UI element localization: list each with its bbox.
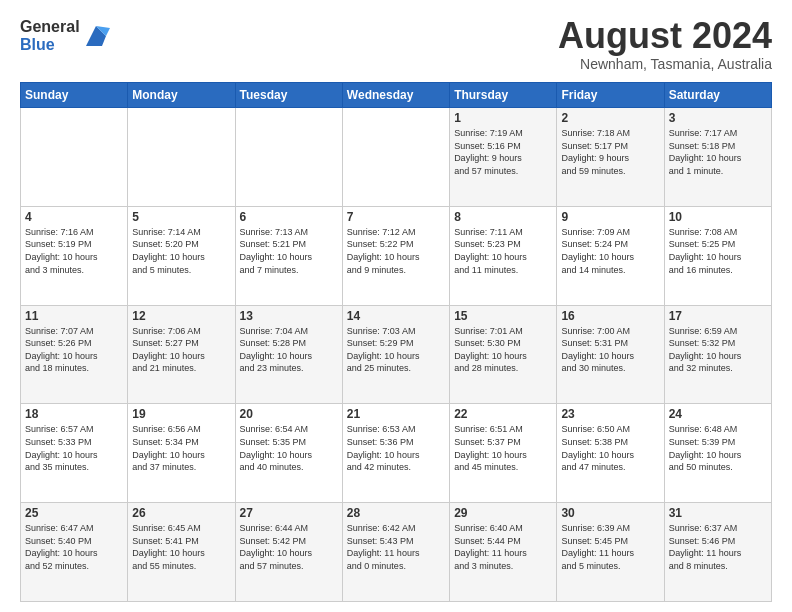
- day-cell: 11Sunrise: 7:07 AM Sunset: 5:26 PM Dayli…: [21, 305, 128, 404]
- day-info: Sunrise: 6:54 AM Sunset: 5:35 PM Dayligh…: [240, 423, 338, 473]
- location: Newnham, Tasmania, Australia: [558, 56, 772, 72]
- day-number: 19: [132, 407, 230, 421]
- day-info: Sunrise: 7:14 AM Sunset: 5:20 PM Dayligh…: [132, 226, 230, 276]
- day-info: Sunrise: 7:16 AM Sunset: 5:19 PM Dayligh…: [25, 226, 123, 276]
- day-number: 25: [25, 506, 123, 520]
- day-cell: 26Sunrise: 6:45 AM Sunset: 5:41 PM Dayli…: [128, 503, 235, 602]
- day-cell: [128, 108, 235, 207]
- month-year: August 2024: [558, 18, 772, 54]
- logo-text: General Blue: [20, 18, 80, 53]
- day-info: Sunrise: 7:08 AM Sunset: 5:25 PM Dayligh…: [669, 226, 767, 276]
- day-info: Sunrise: 6:51 AM Sunset: 5:37 PM Dayligh…: [454, 423, 552, 473]
- day-info: Sunrise: 7:11 AM Sunset: 5:23 PM Dayligh…: [454, 226, 552, 276]
- day-cell: 17Sunrise: 6:59 AM Sunset: 5:32 PM Dayli…: [664, 305, 771, 404]
- day-info: Sunrise: 7:17 AM Sunset: 5:18 PM Dayligh…: [669, 127, 767, 177]
- day-number: 27: [240, 506, 338, 520]
- day-cell: 25Sunrise: 6:47 AM Sunset: 5:40 PM Dayli…: [21, 503, 128, 602]
- days-header-row: Sunday Monday Tuesday Wednesday Thursday…: [21, 83, 772, 108]
- day-number: 21: [347, 407, 445, 421]
- day-info: Sunrise: 6:57 AM Sunset: 5:33 PM Dayligh…: [25, 423, 123, 473]
- day-cell: 8Sunrise: 7:11 AM Sunset: 5:23 PM Daylig…: [450, 206, 557, 305]
- day-number: 11: [25, 309, 123, 323]
- day-cell: 29Sunrise: 6:40 AM Sunset: 5:44 PM Dayli…: [450, 503, 557, 602]
- day-number: 13: [240, 309, 338, 323]
- day-cell: 5Sunrise: 7:14 AM Sunset: 5:20 PM Daylig…: [128, 206, 235, 305]
- day-cell: 6Sunrise: 7:13 AM Sunset: 5:21 PM Daylig…: [235, 206, 342, 305]
- day-cell: 22Sunrise: 6:51 AM Sunset: 5:37 PM Dayli…: [450, 404, 557, 503]
- day-info: Sunrise: 6:48 AM Sunset: 5:39 PM Dayligh…: [669, 423, 767, 473]
- day-cell: 3Sunrise: 7:17 AM Sunset: 5:18 PM Daylig…: [664, 108, 771, 207]
- day-cell: 21Sunrise: 6:53 AM Sunset: 5:36 PM Dayli…: [342, 404, 449, 503]
- day-number: 20: [240, 407, 338, 421]
- day-info: Sunrise: 7:06 AM Sunset: 5:27 PM Dayligh…: [132, 325, 230, 375]
- day-number: 9: [561, 210, 659, 224]
- day-cell: 19Sunrise: 6:56 AM Sunset: 5:34 PM Dayli…: [128, 404, 235, 503]
- calendar: Sunday Monday Tuesday Wednesday Thursday…: [20, 82, 772, 602]
- day-info: Sunrise: 7:04 AM Sunset: 5:28 PM Dayligh…: [240, 325, 338, 375]
- day-number: 14: [347, 309, 445, 323]
- day-info: Sunrise: 7:03 AM Sunset: 5:29 PM Dayligh…: [347, 325, 445, 375]
- day-cell: 28Sunrise: 6:42 AM Sunset: 5:43 PM Dayli…: [342, 503, 449, 602]
- day-info: Sunrise: 6:53 AM Sunset: 5:36 PM Dayligh…: [347, 423, 445, 473]
- day-info: Sunrise: 6:44 AM Sunset: 5:42 PM Dayligh…: [240, 522, 338, 572]
- week-row-1: 4Sunrise: 7:16 AM Sunset: 5:19 PM Daylig…: [21, 206, 772, 305]
- day-number: 4: [25, 210, 123, 224]
- day-cell: 2Sunrise: 7:18 AM Sunset: 5:17 PM Daylig…: [557, 108, 664, 207]
- day-cell: 23Sunrise: 6:50 AM Sunset: 5:38 PM Dayli…: [557, 404, 664, 503]
- day-info: Sunrise: 6:40 AM Sunset: 5:44 PM Dayligh…: [454, 522, 552, 572]
- day-info: Sunrise: 6:39 AM Sunset: 5:45 PM Dayligh…: [561, 522, 659, 572]
- day-cell: 10Sunrise: 7:08 AM Sunset: 5:25 PM Dayli…: [664, 206, 771, 305]
- header-friday: Friday: [557, 83, 664, 108]
- week-row-0: 1Sunrise: 7:19 AM Sunset: 5:16 PM Daylig…: [21, 108, 772, 207]
- day-number: 22: [454, 407, 552, 421]
- day-info: Sunrise: 7:07 AM Sunset: 5:26 PM Dayligh…: [25, 325, 123, 375]
- day-info: Sunrise: 7:12 AM Sunset: 5:22 PM Dayligh…: [347, 226, 445, 276]
- week-row-2: 11Sunrise: 7:07 AM Sunset: 5:26 PM Dayli…: [21, 305, 772, 404]
- day-cell: [235, 108, 342, 207]
- day-cell: 9Sunrise: 7:09 AM Sunset: 5:24 PM Daylig…: [557, 206, 664, 305]
- day-info: Sunrise: 6:47 AM Sunset: 5:40 PM Dayligh…: [25, 522, 123, 572]
- header-wednesday: Wednesday: [342, 83, 449, 108]
- day-cell: 18Sunrise: 6:57 AM Sunset: 5:33 PM Dayli…: [21, 404, 128, 503]
- logo-blue: Blue: [20, 36, 80, 54]
- day-number: 1: [454, 111, 552, 125]
- page: General Blue August 2024 Newnham, Tasman…: [0, 0, 792, 612]
- title-block: August 2024 Newnham, Tasmania, Australia: [558, 18, 772, 72]
- day-cell: [21, 108, 128, 207]
- day-cell: 16Sunrise: 7:00 AM Sunset: 5:31 PM Dayli…: [557, 305, 664, 404]
- header-thursday: Thursday: [450, 83, 557, 108]
- day-info: Sunrise: 6:56 AM Sunset: 5:34 PM Dayligh…: [132, 423, 230, 473]
- logo: General Blue: [20, 18, 110, 53]
- day-number: 6: [240, 210, 338, 224]
- day-cell: 7Sunrise: 7:12 AM Sunset: 5:22 PM Daylig…: [342, 206, 449, 305]
- day-cell: 20Sunrise: 6:54 AM Sunset: 5:35 PM Dayli…: [235, 404, 342, 503]
- day-cell: 12Sunrise: 7:06 AM Sunset: 5:27 PM Dayli…: [128, 305, 235, 404]
- day-number: 12: [132, 309, 230, 323]
- day-number: 5: [132, 210, 230, 224]
- day-number: 17: [669, 309, 767, 323]
- day-info: Sunrise: 6:42 AM Sunset: 5:43 PM Dayligh…: [347, 522, 445, 572]
- day-number: 15: [454, 309, 552, 323]
- day-number: 30: [561, 506, 659, 520]
- day-cell: [342, 108, 449, 207]
- day-cell: 24Sunrise: 6:48 AM Sunset: 5:39 PM Dayli…: [664, 404, 771, 503]
- day-number: 31: [669, 506, 767, 520]
- day-info: Sunrise: 7:00 AM Sunset: 5:31 PM Dayligh…: [561, 325, 659, 375]
- day-cell: 27Sunrise: 6:44 AM Sunset: 5:42 PM Dayli…: [235, 503, 342, 602]
- day-number: 29: [454, 506, 552, 520]
- day-number: 24: [669, 407, 767, 421]
- day-info: Sunrise: 7:19 AM Sunset: 5:16 PM Dayligh…: [454, 127, 552, 177]
- day-info: Sunrise: 6:45 AM Sunset: 5:41 PM Dayligh…: [132, 522, 230, 572]
- day-cell: 15Sunrise: 7:01 AM Sunset: 5:30 PM Dayli…: [450, 305, 557, 404]
- day-info: Sunrise: 7:01 AM Sunset: 5:30 PM Dayligh…: [454, 325, 552, 375]
- week-row-4: 25Sunrise: 6:47 AM Sunset: 5:40 PM Dayli…: [21, 503, 772, 602]
- header-tuesday: Tuesday: [235, 83, 342, 108]
- day-info: Sunrise: 7:18 AM Sunset: 5:17 PM Dayligh…: [561, 127, 659, 177]
- day-number: 8: [454, 210, 552, 224]
- day-info: Sunrise: 6:50 AM Sunset: 5:38 PM Dayligh…: [561, 423, 659, 473]
- day-info: Sunrise: 6:37 AM Sunset: 5:46 PM Dayligh…: [669, 522, 767, 572]
- day-number: 2: [561, 111, 659, 125]
- day-number: 16: [561, 309, 659, 323]
- day-cell: 30Sunrise: 6:39 AM Sunset: 5:45 PM Dayli…: [557, 503, 664, 602]
- day-info: Sunrise: 7:09 AM Sunset: 5:24 PM Dayligh…: [561, 226, 659, 276]
